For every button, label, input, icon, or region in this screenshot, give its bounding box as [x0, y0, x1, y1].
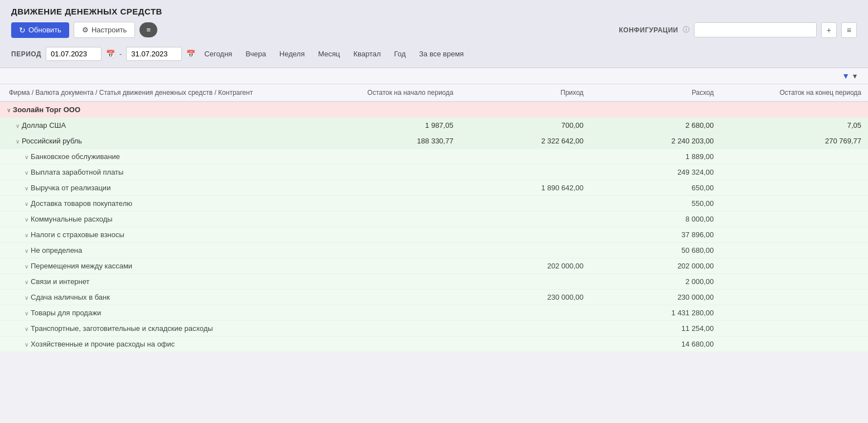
filter-icon[interactable]: ▼: [842, 71, 850, 80]
chevron-down-icon[interactable]: ∨: [25, 170, 28, 176]
row-opening: [330, 212, 460, 227]
period-btn-week[interactable]: Неделя: [275, 47, 309, 60]
row-label: Выплата заработной платы: [31, 168, 123, 176]
row-label: Коммунальные расходы: [31, 215, 113, 223]
row-income: [460, 274, 590, 290]
row-closing: [720, 102, 868, 118]
row-closing: [720, 165, 868, 180]
period-separator: -: [119, 50, 122, 58]
chevron-down-icon[interactable]: ∨: [25, 201, 28, 207]
row-label: Товары для продажи: [31, 309, 101, 317]
row-name-cell: ∨ Выплата заработной платы: [0, 165, 330, 180]
row-label: Перемещения между кассами: [31, 262, 132, 270]
row-name-cell: ∨ Зоолайн Торг ООО: [0, 102, 330, 118]
chevron-down-icon[interactable]: ∨: [25, 248, 28, 254]
col-header-expense: Расход: [590, 84, 720, 102]
row-expense: 2 680,00: [590, 118, 720, 133]
row-expense: 550,00: [590, 196, 720, 212]
row-closing: [720, 196, 868, 212]
row-name-cell: ∨ Связи и интернет: [0, 274, 330, 290]
table-row: ∨ Доставка товаров покупателю550,00: [0, 196, 868, 212]
row-name-cell: ∨ Коммунальные расходы: [0, 212, 330, 227]
calendar-from-icon[interactable]: 📅: [106, 50, 115, 58]
row-income: [460, 165, 590, 180]
row-expense: 11 254,00: [590, 321, 720, 337]
table-row: ∨ Транспортные, заготовительные и складс…: [0, 321, 868, 337]
refresh-button[interactable]: ↻ Обновить: [11, 22, 69, 38]
row-expense: 249 324,00: [590, 165, 720, 180]
chevron-down-icon[interactable]: ∨: [25, 217, 28, 223]
row-label: Транспортные, заготовительные и складски…: [31, 324, 213, 333]
settings-button[interactable]: ⚙ Настроить: [74, 22, 136, 38]
chevron-down-icon[interactable]: ∨: [25, 342, 28, 348]
row-name-cell: ∨ Российский рубль: [0, 133, 330, 149]
list-config-button[interactable]: ≡: [841, 22, 857, 38]
row-name-cell: ∨ Сдача наличных в банк: [0, 290, 330, 305]
row-expense: 230 000,00: [590, 290, 720, 305]
row-name-cell: ∨ Выручка от реализации: [0, 180, 330, 196]
period-label: ПЕРИОД: [11, 50, 41, 58]
col-header-name: Фирма / Валюта документа / Статья движен…: [0, 84, 330, 102]
row-name-cell: ∨ Доллар США: [0, 118, 330, 133]
col-header-opening: Остаток на начало периода: [330, 84, 460, 102]
config-label: КОНФИГУРАЦИИ: [619, 26, 678, 34]
table-row: ∨ Хозяйственные и прочие расходы на офис…: [0, 337, 868, 352]
chevron-down-icon[interactable]: ∨: [25, 185, 28, 191]
chevron-down-icon[interactable]: ∨: [16, 123, 20, 129]
settings-label: Настроить: [91, 26, 127, 34]
row-income: [460, 243, 590, 258]
row-expense: 8 000,00: [590, 212, 720, 227]
add-config-button[interactable]: +: [821, 22, 837, 38]
table-header-row: Фирма / Валюта документа / Статья движен…: [0, 84, 868, 102]
row-opening: [330, 321, 460, 337]
config-help-icon: ⓘ: [683, 25, 689, 35]
row-income: [460, 102, 590, 118]
collapse-icon[interactable]: ▾: [853, 71, 857, 80]
row-expense: 50 680,00: [590, 243, 720, 258]
cash-flow-table: Фирма / Валюта документа / Статья движен…: [0, 84, 868, 352]
chevron-down-icon[interactable]: ∨: [25, 310, 28, 316]
table-row: ∨ Выручка от реализации1 890 642,00650,0…: [0, 180, 868, 196]
row-income: 230 000,00: [460, 290, 590, 305]
chevron-down-icon[interactable]: ∨: [25, 263, 28, 270]
row-opening: [330, 165, 460, 180]
period-btn-yesterday[interactable]: Вчера: [241, 47, 271, 60]
row-income: 700,00: [460, 118, 590, 133]
row-closing: [720, 274, 868, 290]
row-label: Российский рубль: [22, 137, 82, 145]
row-expense: 650,00: [590, 180, 720, 196]
period-btn-alltime[interactable]: За все время: [414, 47, 468, 60]
chevron-down-icon[interactable]: ∨: [16, 138, 20, 145]
chevron-down-icon[interactable]: ∨: [25, 279, 28, 285]
row-expense: 1 431 280,00: [590, 305, 720, 321]
row-closing: [720, 305, 868, 321]
config-input[interactable]: [694, 22, 817, 37]
chevron-down-icon[interactable]: ∨: [25, 154, 28, 160]
chevron-down-icon[interactable]: ∨: [25, 326, 28, 332]
period-btn-quarter[interactable]: Квартал: [349, 47, 385, 60]
menu-button[interactable]: ≡: [139, 22, 157, 37]
row-name-cell: ∨ Хозяйственные и прочие расходы на офис: [0, 337, 330, 352]
row-expense: 37 896,00: [590, 227, 720, 243]
row-opening: [330, 305, 460, 321]
row-closing: [720, 212, 868, 227]
row-expense: [590, 102, 720, 118]
period-from-input[interactable]: [46, 47, 102, 61]
row-income: [460, 305, 590, 321]
refresh-label: Обновить: [28, 26, 61, 34]
period-btn-month[interactable]: Месяц: [314, 47, 344, 60]
row-expense: 14 680,00: [590, 337, 720, 352]
row-income: [460, 227, 590, 243]
toolbar-left: ↻ Обновить ⚙ Настроить ≡: [11, 22, 157, 38]
period-to-input[interactable]: [126, 47, 182, 61]
period-btn-year[interactable]: Год: [390, 47, 411, 60]
chevron-down-icon[interactable]: ∨: [25, 295, 28, 301]
chevron-down-icon[interactable]: ∨: [7, 107, 11, 113]
row-income: [460, 212, 590, 227]
period-btn-today[interactable]: Сегодня: [200, 47, 237, 60]
row-expense: 2 240 203,00: [590, 133, 720, 149]
calendar-to-icon[interactable]: 📅: [186, 50, 195, 58]
chevron-down-icon[interactable]: ∨: [25, 232, 28, 238]
row-expense: 2 000,00: [590, 274, 720, 290]
row-income: 2 322 642,00: [460, 133, 590, 149]
